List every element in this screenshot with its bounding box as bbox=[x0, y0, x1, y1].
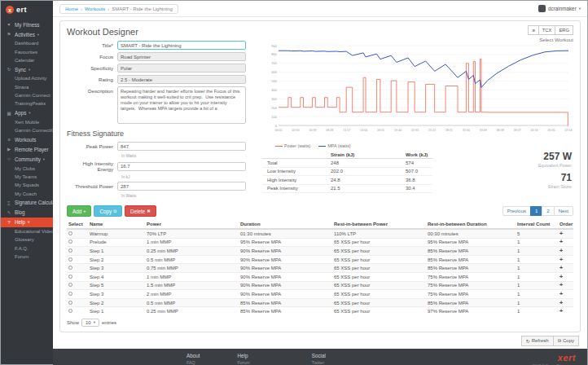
sidebar-item-calendar[interactable]: Calendar bbox=[1, 56, 53, 64]
sidebar-item-my-clubs[interactable]: My Clubs bbox=[1, 164, 53, 172]
sidebar-item-apps[interactable]: ▦Apps▾ bbox=[1, 108, 53, 118]
refresh-copy-bar: ↻ Refresh ⧉ Copy bbox=[61, 336, 579, 346]
select-radio[interactable] bbox=[68, 309, 72, 313]
interval-count: 1 bbox=[516, 272, 558, 281]
chart-menu-button[interactable]: ≡ bbox=[528, 25, 538, 35]
sidebar-item-my-fitness[interactable]: ♥My Fitness bbox=[1, 20, 53, 29]
select-radio[interactable] bbox=[68, 301, 72, 305]
select-radio[interactable] bbox=[68, 240, 72, 244]
pagination-page-2[interactable]: 2 bbox=[542, 206, 554, 216]
copy-workout-button[interactable]: ⧉ Copy bbox=[553, 336, 579, 346]
sidebar-item-remote-player[interactable]: ▶Remote Player bbox=[1, 144, 53, 154]
add-button[interactable]: Add + bbox=[67, 205, 91, 217]
reorder-handle-icon[interactable]: + bbox=[559, 282, 563, 288]
breadcrumb-link[interactable]: Home bbox=[65, 7, 78, 11]
sidebar-item-glossary[interactable]: Glossary bbox=[1, 235, 53, 244]
select-radio[interactable] bbox=[68, 292, 72, 296]
sidebar-item-garmin-connectiq[interactable]: Garmin ConnectIQ bbox=[1, 126, 53, 134]
sidebar-item-label: Dashboard bbox=[15, 41, 38, 46]
description-textarea[interactable]: Repeating harder and harder efforts lowe… bbox=[117, 86, 246, 124]
sidebar-item-label: Xert Mobile bbox=[15, 120, 39, 125]
erg-download-button[interactable]: ERG bbox=[555, 25, 573, 35]
select-radio[interactable] bbox=[68, 248, 72, 253]
xert-logo[interactable]: x ert bbox=[1, 1, 53, 20]
sidebar-item-my-coach[interactable]: My Coach bbox=[1, 190, 53, 198]
intervals-table: SelectNamePowerDurationRest-in-between P… bbox=[67, 220, 573, 315]
reorder-handle-icon[interactable]: + bbox=[559, 265, 563, 270]
sidebar-item-f-a-q[interactable]: F.A.Q. bbox=[1, 244, 53, 253]
rest-power: 65 XSS per hour bbox=[332, 255, 426, 264]
sidebar-item-activities[interactable]: ⚑Activities▾ bbox=[1, 29, 53, 39]
footer-link-twitter[interactable]: Twitter bbox=[312, 360, 331, 365]
sidebar-item-my-teams[interactable]: My Teams bbox=[1, 173, 53, 181]
select-radio[interactable] bbox=[68, 266, 72, 270]
x-tick-label: 08:28 bbox=[326, 129, 333, 132]
sidebar-item-upload-activity[interactable]: Upload Activity bbox=[1, 74, 53, 82]
sidebar-item-label: F.A.Q. bbox=[15, 246, 29, 251]
entries-select[interactable]: 10 ▾ bbox=[81, 319, 99, 327]
reorder-handle-icon[interactable]: + bbox=[559, 274, 563, 279]
summary-value: 574 bbox=[401, 159, 432, 168]
sidebar-item-strava[interactable]: Strava bbox=[1, 83, 53, 91]
sidebar-item-trainingpeaks[interactable]: TrainingPeaks bbox=[1, 99, 53, 108]
rating-input[interactable] bbox=[117, 75, 246, 84]
specificity-input[interactable] bbox=[117, 64, 246, 73]
peak-power-input[interactable] bbox=[117, 142, 246, 151]
threshold-power-input[interactable] bbox=[117, 182, 246, 191]
sidebar-item-label: Help bbox=[15, 219, 25, 225]
select-radio[interactable] bbox=[68, 283, 72, 287]
pagination-page-1[interactable]: 1 bbox=[530, 206, 542, 216]
interval-name: Step 2 bbox=[88, 255, 145, 264]
chevron-down-icon: ▾ bbox=[43, 157, 45, 161]
select-radio[interactable] bbox=[68, 231, 72, 235]
sidebar-item-forum[interactable]: Forum bbox=[1, 253, 53, 261]
description-label: Description bbox=[67, 86, 117, 94]
pagination-next[interactable]: Next bbox=[554, 206, 573, 216]
tcx-download-button[interactable]: TCX bbox=[538, 25, 556, 35]
fitness-signature-heading: Fitness Signature bbox=[67, 130, 256, 138]
reorder-handle-icon[interactable]: + bbox=[559, 257, 563, 262]
workout-chart: 010020030040050060070080090000:0102:5005… bbox=[262, 41, 573, 143]
sidebar-item-xert-mobile[interactable]: Xert Mobile bbox=[1, 118, 53, 126]
title-input[interactable] bbox=[117, 41, 246, 50]
sidebar-item-educational-videos[interactable]: Educational Videos bbox=[1, 227, 53, 235]
reorder-handle-icon[interactable]: + bbox=[559, 300, 563, 306]
sidebar-item-sync[interactable]: ↻Sync▾ bbox=[1, 64, 53, 74]
reorder-handle-icon[interactable]: + bbox=[559, 308, 563, 314]
copy-interval-button[interactable]: Copy ⧉ bbox=[94, 205, 122, 217]
breadcrumb-link[interactable]: Workouts bbox=[85, 7, 105, 11]
delete-button[interactable]: Delete ✖ bbox=[125, 205, 156, 217]
reorder-handle-icon[interactable]: + bbox=[559, 291, 563, 297]
interval-count: 5 bbox=[516, 229, 558, 238]
interval-power: 2 min MMP bbox=[145, 290, 239, 299]
peak-power-unit: In Watts bbox=[121, 153, 256, 158]
sidebar-item-workouts[interactable]: ≡Workouts bbox=[1, 134, 53, 144]
refresh-button[interactable]: ↻ Refresh bbox=[521, 336, 554, 346]
sidebar-item-help[interactable]: ?Help▾ bbox=[1, 218, 53, 227]
reorder-handle-icon[interactable]: + bbox=[559, 239, 563, 244]
reorder-handle-icon[interactable]: + bbox=[559, 231, 563, 236]
column-header-interval-count: Interval Count bbox=[516, 220, 558, 229]
footer-link-forum[interactable]: Forum bbox=[237, 360, 274, 365]
focus-input[interactable] bbox=[117, 52, 246, 61]
sidebar-item-favourites[interactable]: Favourites bbox=[1, 47, 53, 55]
pagination-previous[interactable]: Previous bbox=[502, 206, 531, 216]
sidebar-item-blog[interactable]: ✎Blog bbox=[1, 208, 53, 218]
sidebar-item-dashboard[interactable]: Dashboard bbox=[1, 39, 53, 47]
select-radio[interactable] bbox=[68, 275, 72, 279]
user-menu[interactable]: dcrainmaker ▾ bbox=[538, 5, 581, 12]
x-tick-label: 36:38 bbox=[497, 129, 504, 132]
hie-input[interactable] bbox=[117, 162, 246, 171]
footer-link-faq[interactable]: FAQ bbox=[186, 360, 200, 365]
sidebar-item-community[interactable]: ☺Community▾ bbox=[1, 154, 53, 164]
sidebar-item-garmin-connect[interactable]: Garmin Connect bbox=[1, 91, 53, 99]
select-radio[interactable] bbox=[68, 257, 72, 262]
sidebar-item-signature-calculator[interactable]: ∑Signature Calculator bbox=[1, 198, 53, 208]
legend-swatch bbox=[275, 146, 283, 147]
workout-form: Title* Focus Specificity Rating bbox=[67, 41, 256, 200]
summary-row-label: Total bbox=[262, 159, 326, 168]
select-workout-link[interactable]: Select Workout bbox=[539, 37, 573, 42]
sidebar-item-my-squads[interactable]: My Squads bbox=[1, 181, 53, 189]
rest-power: 65 XSS per hour bbox=[332, 264, 426, 273]
reorder-handle-icon[interactable]: + bbox=[559, 248, 563, 253]
